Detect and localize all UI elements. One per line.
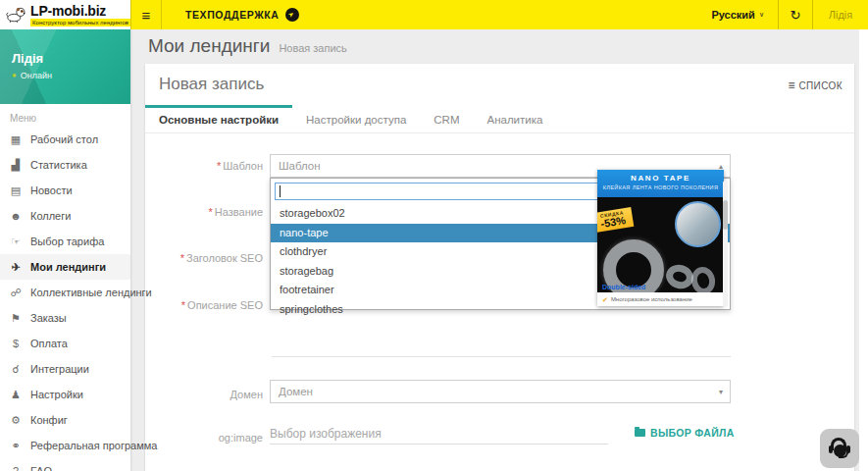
- headset-icon: [828, 437, 851, 460]
- tab-access-settings[interactable]: Настройки доступа: [292, 105, 420, 132]
- refresh-icon: ↻: [791, 8, 801, 23]
- hamburger-menu-button[interactable]: ≡: [130, 0, 162, 29]
- check-icon: ✔: [602, 296, 608, 303]
- domain-select[interactable]: Домен ▾: [270, 380, 731, 403]
- sidebar: Лідія ● Онлайн Меню ▦ Рабочий стол ▟ Ста…: [0, 29, 130, 471]
- sidebar-item-desktop[interactable]: ▦ Рабочий стол: [0, 127, 130, 152]
- breadcrumb-subtitle: Новая запись: [279, 42, 346, 54]
- sidebar-item-statistics[interactable]: ▟ Статистика: [0, 152, 130, 178]
- preview-body: СКИДКА -53% Double-sided: [597, 197, 724, 292]
- sidebar-item-collective-landings[interactable]: ☍ Коллективные лендинги: [0, 280, 130, 305]
- online-status-dot-icon: ●: [12, 72, 17, 79]
- sidebar-item-faq[interactable]: ? FAQ: [0, 458, 130, 471]
- caret-down-icon: ▾: [719, 388, 730, 396]
- header-spacer: [315, 0, 698, 29]
- cart-icon: ⚑: [8, 312, 24, 325]
- plug-icon: ☌: [8, 363, 24, 376]
- page-scrollbar[interactable]: [859, 29, 868, 471]
- user-plus-icon: ⚭: [8, 440, 24, 452]
- sidebar-item-settings[interactable]: ♟ Настройки: [0, 382, 130, 407]
- logo-title: LP-mobi.biz: [30, 4, 130, 18]
- user-panel: Лідія ● Онлайн: [0, 29, 130, 104]
- logo[interactable]: LP-mobi.biz Конструктор мобильных лендин…: [0, 0, 130, 29]
- page-title: Мои лендинги: [148, 35, 270, 57]
- preview-caption: Double-sided: [602, 284, 645, 290]
- seo-description-field-underline: [272, 356, 731, 357]
- og-image-input[interactable]: [270, 423, 608, 445]
- gear-icon: ⚙: [8, 414, 24, 427]
- users-icon: ☻: [8, 210, 24, 222]
- support-label: ТЕХПОДДЕРЖКА: [185, 9, 280, 21]
- text-cursor: [280, 185, 281, 197]
- user-name: Лідія: [12, 51, 119, 66]
- sidebar-item-tariff[interactable]: ☞ Выбор тарифа: [0, 229, 130, 254]
- sidebar-item-orders[interactable]: ⚑ Заказы: [0, 305, 130, 331]
- preview-feature-text: Многоразовое использование: [611, 296, 692, 302]
- preview-title: NANO TAPE: [597, 174, 724, 183]
- online-status-label: Онлайн: [21, 71, 52, 80]
- support-button[interactable]: ТЕХПОДДЕРЖКА ➤: [170, 0, 315, 29]
- dog-logo-icon: [6, 5, 26, 25]
- preview-inset-photo: [675, 201, 721, 247]
- domain-label: Домен: [145, 389, 263, 400]
- dollar-icon: $: [8, 338, 24, 349]
- seo-title-label: *Заголовок SEO: [145, 252, 263, 264]
- name-label: *Название: [145, 206, 263, 218]
- tab-main-settings[interactable]: Основные настройки: [145, 105, 292, 132]
- sidebar-item-config[interactable]: ⚙ Конфиг: [0, 407, 130, 433]
- telegram-icon: ➤: [285, 8, 299, 22]
- menu-section-label: Меню: [0, 104, 130, 127]
- new-record-card: Новая запись ≡ СПИСОК Основные настройки…: [145, 64, 854, 471]
- refresh-button[interactable]: ↻: [779, 0, 812, 29]
- preview-header: NANO TAPE КЛЕЙКАЯ ЛЕНТА НОВОГО ПОКОЛЕНИЯ: [597, 170, 724, 197]
- og-image-label: og:image: [145, 432, 263, 444]
- folder-icon: [635, 429, 645, 437]
- tab-crm[interactable]: CRM: [420, 105, 473, 132]
- logo-tagline: Конструктор мобильных лендингов: [30, 19, 130, 26]
- rocket-icon: ✈: [8, 261, 24, 274]
- sidebar-item-payment[interactable]: $ Оплата: [0, 331, 130, 356]
- tab-bar: Основные настройки Настройки доступа CRM…: [145, 105, 854, 133]
- tape-roll-small-image: [689, 265, 717, 292]
- discount-badge: СКИДКА -53%: [597, 207, 634, 233]
- sidebar-item-referral[interactable]: ⚭ Реферальная программа: [0, 433, 130, 458]
- hand-pointer-icon: ☞: [8, 236, 24, 248]
- header-username[interactable]: Лідія: [813, 0, 868, 29]
- breadcrumb: Мои лендинги Новая запись: [148, 35, 347, 57]
- seo-description-label: *Описание SEO: [145, 299, 263, 311]
- sidebar-item-my-landings[interactable]: ✈ Мои лендинги: [0, 254, 130, 280]
- language-selector[interactable]: Русский ∨: [697, 0, 778, 29]
- desktop-icon: ▦: [8, 133, 24, 146]
- dropdown-scrollbar[interactable]: [723, 181, 728, 307]
- sidebar-item-news[interactable]: ▤ Новости: [0, 178, 130, 203]
- template-dropdown-panel: storagebox02 nano-tape clothdryer storag…: [270, 178, 731, 310]
- file-select-button[interactable]: ВЫБОР ФАЙЛА: [635, 427, 735, 439]
- template-label: *Шаблон: [145, 160, 263, 172]
- support-chat-widget[interactable]: [820, 429, 859, 468]
- tab-analytics[interactable]: Аналитика: [473, 105, 556, 132]
- preview-footer: ✔ Многоразовое использование: [597, 292, 724, 306]
- template-preview-image: NANO TAPE КЛЕЙКАЯ ЛЕНТА НОВОГО ПОКОЛЕНИЯ…: [597, 170, 724, 306]
- list-icon: ≡: [788, 78, 794, 92]
- list-button[interactable]: ≡ СПИСОК: [788, 78, 842, 92]
- preview-subtitle: КЛЕЙКАЯ ЛЕНТА НОВОГО ПОКОЛЕНИЯ: [597, 184, 724, 190]
- sidebar-item-colleagues[interactable]: ☻ Коллеги: [0, 203, 130, 229]
- newspaper-icon: ▤: [8, 184, 24, 197]
- card-title: Новая запись: [159, 75, 264, 94]
- chevron-down-icon: ∨: [759, 11, 764, 19]
- dropdown-scrollbar-thumb[interactable]: [723, 200, 728, 230]
- share-icon: ☍: [8, 287, 24, 299]
- top-header: LP-mobi.biz Конструктор мобильных лендин…: [0, 0, 868, 29]
- chart-icon: ▟: [8, 159, 24, 172]
- question-icon: ?: [8, 465, 24, 471]
- sidebar-item-integrations[interactable]: ☌ Интеграции: [0, 356, 130, 382]
- user-icon: ♟: [8, 389, 24, 401]
- hamburger-icon: ≡: [142, 7, 151, 24]
